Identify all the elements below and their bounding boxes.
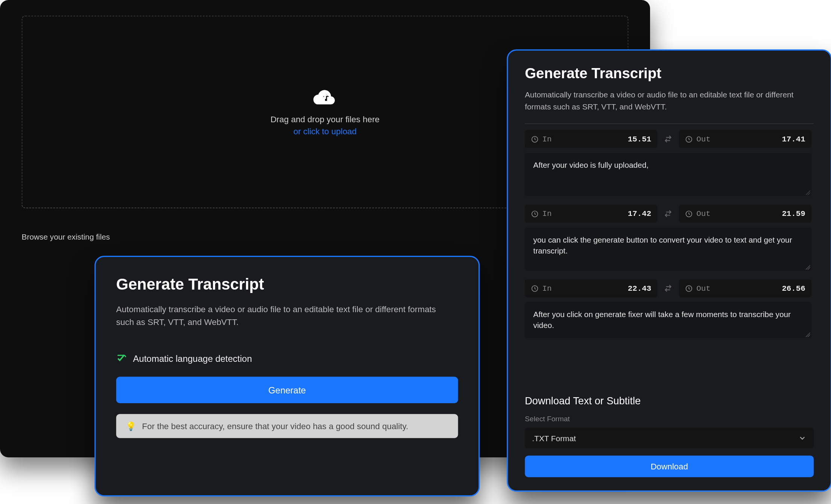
generate-button[interactable]: Generate [116, 377, 458, 403]
clock-icon [685, 284, 693, 292]
clock-icon [531, 135, 539, 143]
time-in-field[interactable]: In 17.42 [525, 205, 657, 223]
swap-icon[interactable] [663, 209, 673, 219]
generate-transcript-panel: Generate Transcript Automatically transc… [94, 256, 480, 496]
check-icon [116, 353, 127, 364]
transcript-results-panel: Generate Transcript Automatically transc… [507, 49, 831, 492]
time-out-field[interactable]: Out 26.56 [679, 279, 811, 297]
segment-text[interactable]: After your video is fully uploaded, [525, 153, 811, 196]
segment-text[interactable]: you can click the generate button to con… [525, 228, 811, 271]
format-select[interactable]: .TXT Format [525, 428, 814, 448]
time-in-field[interactable]: In 15.51 [525, 130, 657, 148]
segment-row: In 15.51 Out 17.41 After your video is f… [525, 130, 811, 196]
segment-row: In 17.42 Out 21.59 you can click the gen… [525, 205, 811, 271]
language-detection-label: Automatic language detection [133, 353, 252, 363]
clock-icon [531, 210, 539, 218]
clock-icon [685, 210, 693, 218]
segment-text[interactable]: After you click on generate fixer will t… [525, 302, 811, 339]
segment-row: In 22.43 Out 26.56 After you click on ge… [525, 279, 811, 338]
download-button[interactable]: Download [525, 455, 814, 477]
chevron-down-icon [798, 434, 807, 442]
download-section: Download Text or Subtitle Select Format … [525, 395, 814, 477]
language-detection-row: Automatic language detection [116, 353, 458, 364]
generate-title: Generate Transcript [116, 275, 458, 294]
drag-text: Drag and drop your files here [270, 114, 380, 124]
results-title: Generate Transcript [525, 65, 814, 82]
click-to-upload-link[interactable]: or click to upload [293, 126, 357, 136]
time-out-field[interactable]: Out 21.59 [679, 205, 811, 223]
clock-icon [531, 284, 539, 292]
accuracy-tip: 💡 For the best accuracy, ensure that you… [116, 414, 458, 438]
generate-description: Automatically transcribe a video or audi… [116, 303, 453, 328]
time-out-field[interactable]: Out 17.41 [679, 130, 811, 148]
time-in-field[interactable]: In 22.43 [525, 279, 657, 297]
cloud-upload-icon [313, 88, 337, 106]
results-description: Automatically transcribe a video or audi… [525, 89, 814, 112]
tip-text: For the best accuracy, ensure that your … [142, 421, 409, 431]
clock-icon [685, 135, 693, 143]
select-format-label: Select Format [525, 414, 814, 423]
download-heading: Download Text or Subtitle [525, 395, 814, 407]
bulb-icon: 💡 [126, 421, 136, 431]
selected-format-value: .TXT Format [532, 434, 576, 443]
swap-icon[interactable] [663, 134, 673, 144]
transcript-segments[interactable]: In 15.51 Out 17.41 After your video is f… [525, 123, 814, 384]
swap-icon[interactable] [663, 284, 673, 293]
